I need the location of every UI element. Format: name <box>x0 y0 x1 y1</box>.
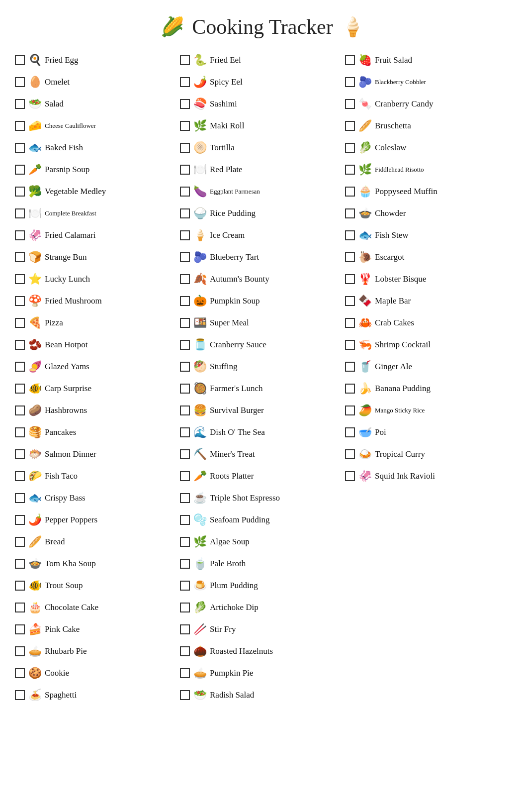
food-checkbox[interactable] <box>180 165 190 175</box>
food-checkbox[interactable] <box>15 559 25 569</box>
food-checkbox[interactable] <box>180 406 190 415</box>
food-checkbox[interactable] <box>15 165 25 175</box>
list-item: 🍆Eggplant Parmesan <box>180 182 345 201</box>
food-checkbox[interactable] <box>15 55 25 65</box>
food-checkbox[interactable] <box>345 187 355 197</box>
food-checkbox[interactable] <box>15 77 25 87</box>
food-checkbox[interactable] <box>345 55 355 65</box>
food-checkbox[interactable] <box>345 427 355 437</box>
food-checkbox[interactable] <box>15 208 25 218</box>
food-checkbox[interactable] <box>15 99 25 109</box>
food-checkbox[interactable] <box>15 537 25 547</box>
food-icon: 🥖 <box>27 534 43 550</box>
food-checkbox[interactable] <box>180 559 190 569</box>
food-checkbox[interactable] <box>15 296 25 306</box>
food-checkbox[interactable] <box>15 187 25 197</box>
food-checkbox[interactable] <box>180 55 190 65</box>
food-checkbox[interactable] <box>180 603 190 612</box>
food-checkbox[interactable] <box>345 165 355 175</box>
food-checkbox[interactable] <box>345 340 355 350</box>
food-checkbox[interactable] <box>180 340 190 350</box>
food-name: Coleslaw <box>375 143 406 153</box>
food-checkbox[interactable] <box>180 296 190 306</box>
food-name: Salmon Dinner <box>45 449 96 459</box>
food-checkbox[interactable] <box>15 668 25 678</box>
food-checkbox[interactable] <box>180 384 190 394</box>
food-checkbox[interactable] <box>15 603 25 612</box>
food-checkbox[interactable] <box>15 384 25 394</box>
food-icon: 🍽️ <box>192 162 208 178</box>
food-checkbox[interactable] <box>15 515 25 525</box>
food-checkbox[interactable] <box>180 690 190 700</box>
food-checkbox[interactable] <box>345 296 355 306</box>
food-icon: 🧁 <box>357 184 373 200</box>
food-checkbox[interactable] <box>180 471 190 481</box>
food-checkbox[interactable] <box>15 624 25 634</box>
food-name: Blackberry Cobbler <box>375 78 426 86</box>
food-name: Spaghetti <box>45 690 77 700</box>
list-item: 🥭Mango Sticky Rice <box>345 401 510 420</box>
food-checkbox[interactable] <box>180 230 190 240</box>
food-checkbox[interactable] <box>15 493 25 503</box>
food-checkbox[interactable] <box>345 471 355 481</box>
food-checkbox[interactable] <box>180 187 190 197</box>
food-checkbox[interactable] <box>180 99 190 109</box>
food-checkbox[interactable] <box>180 77 190 87</box>
food-checkbox[interactable] <box>345 384 355 394</box>
food-checkbox[interactable] <box>15 340 25 350</box>
food-checkbox[interactable] <box>180 493 190 503</box>
food-checkbox[interactable] <box>345 99 355 109</box>
food-name: Glazed Yams <box>45 362 89 372</box>
column-1: 🍳Fried Egg🥚Omelet🥗Salad🧀Cheese Cauliflow… <box>15 51 180 708</box>
food-name: Pizza <box>45 318 63 328</box>
food-checkbox[interactable] <box>180 362 190 372</box>
food-checkbox[interactable] <box>180 318 190 328</box>
food-checkbox[interactable] <box>15 143 25 153</box>
food-checkbox[interactable] <box>180 449 190 459</box>
food-checkbox[interactable] <box>345 208 355 218</box>
list-item: 🐟Fish Stew <box>345 226 510 245</box>
food-checkbox[interactable] <box>15 230 25 240</box>
list-item: 🫐Blackberry Cobbler <box>345 73 510 92</box>
food-checkbox[interactable] <box>180 274 190 284</box>
food-checkbox[interactable] <box>345 406 355 415</box>
food-checkbox[interactable] <box>345 143 355 153</box>
food-checkbox[interactable] <box>180 252 190 262</box>
food-checkbox[interactable] <box>15 581 25 591</box>
food-checkbox[interactable] <box>15 318 25 328</box>
food-checkbox[interactable] <box>15 121 25 131</box>
food-checkbox[interactable] <box>345 121 355 131</box>
food-checkbox[interactable] <box>180 515 190 525</box>
food-checkbox[interactable] <box>345 362 355 372</box>
food-checkbox[interactable] <box>180 624 190 634</box>
food-checkbox[interactable] <box>180 121 190 131</box>
list-item: 🥖Bread <box>15 532 180 551</box>
food-checkbox[interactable] <box>345 318 355 328</box>
food-checkbox[interactable] <box>345 230 355 240</box>
food-checkbox[interactable] <box>15 690 25 700</box>
food-checkbox[interactable] <box>15 252 25 262</box>
list-item: 🥞Pancakes <box>15 423 180 442</box>
food-checkbox[interactable] <box>345 449 355 459</box>
food-checkbox[interactable] <box>15 646 25 656</box>
food-checkbox[interactable] <box>180 208 190 218</box>
food-checkbox[interactable] <box>15 362 25 372</box>
food-checkbox[interactable] <box>345 252 355 262</box>
food-checkbox[interactable] <box>180 646 190 656</box>
food-checkbox[interactable] <box>15 427 25 437</box>
food-icon: 🍮 <box>192 578 208 594</box>
food-checkbox[interactable] <box>180 537 190 547</box>
food-checkbox[interactable] <box>180 143 190 153</box>
food-checkbox[interactable] <box>15 406 25 415</box>
food-checkbox[interactable] <box>345 77 355 87</box>
food-checkbox[interactable] <box>180 581 190 591</box>
food-checkbox[interactable] <box>180 668 190 678</box>
food-checkbox[interactable] <box>15 274 25 284</box>
food-icon: 🍓 <box>357 52 373 68</box>
food-icon: 🫧 <box>192 512 208 528</box>
food-checkbox[interactable] <box>15 471 25 481</box>
food-checkbox[interactable] <box>15 449 25 459</box>
food-icon: 🎂 <box>27 600 43 615</box>
food-checkbox[interactable] <box>345 274 355 284</box>
food-checkbox[interactable] <box>180 427 190 437</box>
